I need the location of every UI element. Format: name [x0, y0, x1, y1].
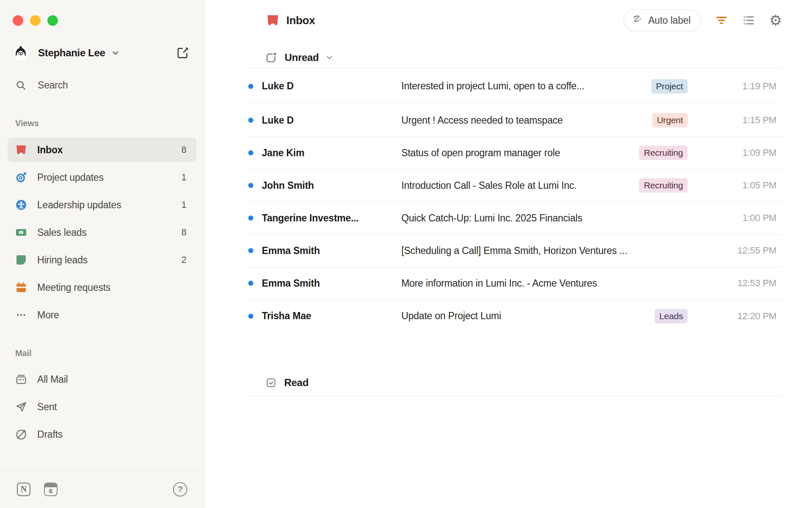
all-mail-icon [15, 373, 27, 385]
email-label-badge: Recruiting [639, 146, 688, 160]
checkbox-checked-icon [266, 377, 277, 388]
email-subject: Urgent ! Access needed to teamspace [401, 115, 652, 126]
sidebar-item-label: Inbox [37, 144, 63, 156]
email-row[interactable]: Luke D Interested in project Lumi, open … [247, 69, 782, 104]
notion-logo-icon[interactable]: N [17, 483, 30, 496]
person-circle-icon [15, 199, 27, 211]
views-section-label: Views [15, 118, 204, 128]
auto-label-button[interactable]: Auto label [623, 9, 701, 31]
email-row[interactable]: John Smith Introduction Call - Sales Rol… [247, 169, 782, 202]
unread-dot [248, 248, 253, 253]
read-section-header[interactable]: Read [247, 372, 782, 393]
unread-dot [248, 84, 253, 89]
minimize-window-button[interactable] [30, 15, 41, 26]
sidebar-item-label: Hiring leads [37, 254, 88, 266]
email-subject: Update on Project Lumi [401, 310, 655, 322]
calendar-app-icon[interactable]: 6 [44, 483, 58, 496]
help-icon[interactable]: ? [173, 482, 187, 497]
main-header: Inbox Auto label [247, 9, 782, 31]
settings-button[interactable]: ⚙︎ [769, 14, 782, 27]
search-icon [15, 80, 27, 91]
sidebar-item-label: Drafts [37, 429, 63, 440]
unread-dot [248, 314, 253, 319]
email-row[interactable]: Trisha Mae Update on Project Lumi Leads … [247, 300, 782, 332]
sidebar-item-count: 8 [181, 144, 187, 155]
unread-dot [248, 215, 253, 221]
sidebar-item-label: Sent [37, 401, 57, 413]
email-label-badge: Recruiting [639, 178, 688, 193]
sidebar: Stephanie Lee Search Views [0, 0, 205, 508]
email-row[interactable]: Emma Smith More information in Lumi Inc.… [247, 267, 782, 300]
mail-nav-list: All Mail Sent Drafts [8, 367, 197, 447]
email-row[interactable]: Emma Smith [Scheduling a Call] Emma Smit… [247, 235, 782, 267]
email-sender: John Smith [262, 180, 401, 191]
header-controls: Auto label ⚙︎ [623, 9, 782, 31]
sidebar-item-count: 1 [181, 199, 187, 210]
email-subject: Quick Catch-Up: Lumi Inc. 2025 Financial… [401, 213, 713, 224]
email-time: 1:19 PM [713, 81, 776, 92]
email-time: 12:53 PM [713, 278, 776, 289]
email-row[interactable]: Luke D Urgent ! Access needed to teamspa… [247, 104, 782, 137]
email-sender: Luke D [262, 115, 401, 126]
email-subject: Interested in project Lumi, open to a co… [401, 80, 651, 92]
email-sender: Jane Kim [262, 147, 401, 159]
sidebar-item-sent[interactable]: Sent [8, 395, 197, 419]
search-button[interactable]: Search [15, 76, 189, 94]
search-label: Search [38, 80, 68, 91]
avatar[interactable] [13, 45, 29, 61]
read-section-title: Read [284, 377, 309, 389]
email-time: 12:20 PM [713, 311, 776, 322]
filter-button[interactable] [715, 14, 728, 27]
email-sender: Emma Smith [262, 278, 401, 289]
calendar-app-icon-day: 6 [45, 487, 57, 494]
email-label-badge: Leads [655, 309, 688, 323]
sidebar-item-count: 2 [181, 254, 187, 265]
unread-section-header[interactable]: Unread [247, 48, 782, 67]
chevron-down-icon[interactable] [325, 53, 334, 62]
email-label-badge: Urgent [652, 113, 688, 127]
close-window-button[interactable] [13, 15, 23, 26]
email-time: 1:05 PM [713, 180, 776, 191]
sidebar-item-project-updates[interactable]: Project updates 1 [8, 165, 197, 190]
email-row[interactable]: Jane Kim Status of open program manager … [247, 137, 782, 169]
email-time: 1:00 PM [713, 213, 776, 224]
email-time: 1:15 PM [713, 115, 776, 126]
calendar-app-icon-header [45, 483, 57, 487]
page-title: Inbox [286, 14, 315, 27]
email-row[interactable]: Tangerine Investme... Quick Catch-Up: Lu… [247, 202, 782, 235]
unread-dot [248, 118, 253, 123]
sidebar-item-meeting-requests[interactable]: Meeting requests [8, 275, 197, 300]
sidebar-item-leadership-updates[interactable]: Leadership updates 1 [8, 193, 197, 217]
email-subject: Status of open program manager role [401, 147, 639, 159]
sidebar-item-inbox[interactable]: Inbox 8 [8, 138, 197, 162]
sidebar-footer: N 6 ? [0, 470, 204, 508]
sidebar-item-all-mail[interactable]: All Mail [8, 367, 197, 392]
email-subject: More information in Lumi Inc. - Acme Ven… [401, 278, 713, 289]
profile-name[interactable]: Stephanie Lee [38, 47, 105, 59]
sidebar-item-label: Project updates [37, 172, 104, 183]
profile-row: Stephanie Lee [13, 44, 189, 62]
sidebar-item-label: Sales leads [37, 227, 87, 238]
email-time: 12:55 PM [713, 245, 776, 256]
zoom-window-button[interactable] [47, 15, 58, 26]
sidebar-item-label: More [37, 309, 59, 321]
main-panel: Inbox Auto label [205, 0, 812, 508]
email-sender: Emma Smith [262, 245, 401, 257]
sidebar-item-hiring-leads[interactable]: Hiring leads 2 [8, 248, 197, 272]
email-subject: [Scheduling a Call] Emma Smith, Horizon … [401, 245, 713, 257]
unread-icon [265, 52, 277, 64]
auto-label-scribble-icon [631, 14, 644, 27]
divider [247, 396, 782, 396]
sidebar-item-sales-leads[interactable]: Sales leads 8 [8, 220, 197, 245]
email-sender: Trisha Mae [262, 310, 401, 322]
list-view-button[interactable] [742, 14, 755, 27]
compose-icon[interactable] [176, 47, 189, 59]
note-icon [15, 254, 27, 266]
email-label-badge: Project [651, 79, 688, 94]
sidebar-item-more[interactable]: More [8, 303, 197, 327]
sidebar-item-label: Leadership updates [37, 199, 121, 211]
chevron-down-icon[interactable] [110, 48, 121, 58]
sidebar-item-drafts[interactable]: Drafts [8, 422, 197, 447]
unread-dot [248, 150, 253, 155]
sidebar-item-label: All Mail [37, 374, 68, 385]
